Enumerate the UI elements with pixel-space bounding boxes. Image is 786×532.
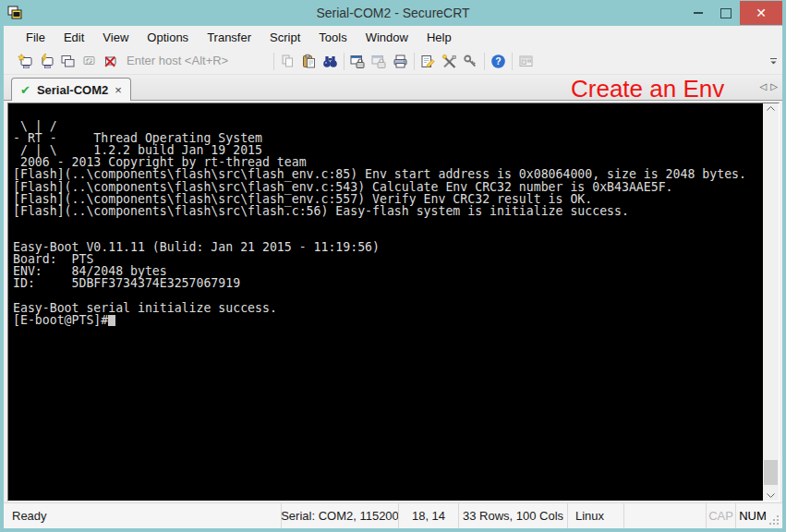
print-icon (393, 54, 408, 69)
status-emulation: Linux (567, 503, 623, 528)
status-serial: Serial: COM2, 115200 (281, 503, 398, 528)
status-ready: Ready (4, 503, 281, 528)
resize-grip-icon (777, 523, 779, 525)
menu-script[interactable]: Script (260, 28, 309, 47)
securecrt-window: Serial-COM2 - SecureCRT ✕ File Edit View… (0, 0, 786, 532)
copy-icon (280, 54, 296, 69)
minimize-icon (694, 12, 703, 14)
tab-serial-com2[interactable]: ✔ Serial-COM2 × (11, 78, 131, 101)
toolbar-separator (414, 53, 415, 70)
disconnect-button[interactable] (100, 51, 121, 71)
toolbar-separator (512, 53, 513, 70)
terminal-frame: \ | / - RT - Thread Operating System / |… (7, 103, 780, 502)
scroll-up-icon[interactable] (767, 106, 775, 111)
tab-bar: ✔ Serial-COM2 × Create an Env ◁ ▷ (4, 75, 782, 101)
lock-session-button[interactable] (347, 51, 369, 71)
reconnect-icon (81, 54, 97, 69)
tab-scroll-left-icon[interactable]: ◁ (760, 82, 768, 91)
toolbar: Enter host <Alt+R> ? (4, 48, 782, 75)
maximize-button[interactable] (712, 1, 740, 25)
key-button[interactable] (460, 51, 481, 71)
status-caps-lock: CAP (706, 503, 735, 528)
menu-file[interactable]: File (17, 28, 54, 47)
print-button[interactable] (390, 51, 411, 71)
status-num-lock: NUM (735, 503, 769, 528)
menu-bar: File Edit View Options Transfer Script T… (4, 26, 782, 48)
close-icon: ✕ (756, 6, 767, 20)
app-icon (7, 6, 23, 20)
session-options-icon (420, 54, 436, 69)
session-options-button[interactable] (417, 51, 439, 71)
disconnect-icon (103, 54, 118, 69)
find-icon (322, 54, 338, 69)
lock-session-disabled-button[interactable] (369, 51, 390, 71)
quick-connect-icon (39, 54, 54, 69)
status-cursor-position: 18, 14 (398, 503, 458, 528)
menu-transfer[interactable]: Transfer (198, 28, 260, 47)
status-bar: Ready Serial: COM2, 115200 18, 14 33 Row… (4, 502, 782, 528)
menu-help[interactable]: Help (417, 28, 461, 47)
client-area: File Edit View Options Transfer Script T… (4, 26, 782, 528)
quick-connect-button[interactable] (36, 51, 57, 71)
toolbar-overflow-button[interactable] (769, 57, 778, 66)
menu-options[interactable]: Options (138, 28, 198, 47)
minimize-button[interactable] (684, 1, 712, 25)
scrollbar-thumb[interactable] (764, 460, 778, 485)
window-title: Serial-COM2 - SecureCRT (0, 6, 786, 20)
menu-edit[interactable]: Edit (54, 28, 93, 47)
find-button[interactable] (320, 51, 341, 71)
toolbar-separator (344, 53, 345, 70)
tab-label: Serial-COM2 (37, 83, 108, 97)
status-grid-size: 33 Rows, 100 Cols (458, 503, 567, 528)
session-manager-button[interactable] (515, 51, 537, 71)
toolbar-separator (484, 53, 485, 70)
toolbar-overflow-icon (769, 57, 778, 66)
lock-session-disabled-icon (371, 54, 387, 69)
close-button[interactable]: ✕ (740, 1, 782, 25)
host-input[interactable]: Enter host <Alt+R> (121, 52, 271, 70)
tab-close-icon[interactable]: × (115, 84, 122, 96)
connect-button[interactable] (15, 51, 36, 71)
title-bar[interactable]: Serial-COM2 - SecureCRT ✕ (0, 0, 786, 26)
reconnect-button[interactable] (79, 51, 100, 71)
lock-session-icon (350, 54, 366, 69)
connect-icon (18, 54, 33, 69)
help-button[interactable]: ? (488, 51, 509, 71)
paste-icon (301, 54, 317, 69)
tab-scroll-right-icon[interactable]: ▷ (770, 82, 778, 91)
paste-button[interactable] (298, 51, 320, 71)
connected-check-icon: ✔ (20, 84, 30, 96)
terminal-text[interactable]: \ | / - RT - Thread Operating System / |… (8, 103, 763, 501)
menu-view[interactable]: View (93, 28, 138, 47)
menu-window[interactable]: Window (357, 28, 417, 47)
maximize-icon (720, 8, 732, 18)
terminal-cursor (108, 315, 115, 326)
menu-tools[interactable]: Tools (309, 28, 356, 47)
copy-button[interactable] (277, 51, 298, 71)
session-manager-icon (518, 54, 534, 69)
resize-grip[interactable] (769, 503, 782, 528)
terminal-area: \ | / - RT - Thread Operating System / |… (4, 101, 782, 502)
global-options-button[interactable] (439, 51, 460, 71)
vertical-scrollbar[interactable] (763, 103, 779, 501)
toolbar-separator (273, 53, 274, 70)
status-spacer (623, 503, 706, 528)
svg-text:?: ? (495, 55, 501, 66)
annotation-text: Create an Env (571, 75, 724, 103)
clone-session-icon (60, 54, 76, 69)
global-options-icon (441, 54, 457, 69)
clone-session-button[interactable] (57, 51, 79, 71)
help-icon: ? (490, 54, 506, 69)
key-icon (463, 54, 478, 69)
scroll-down-icon[interactable] (767, 493, 775, 498)
